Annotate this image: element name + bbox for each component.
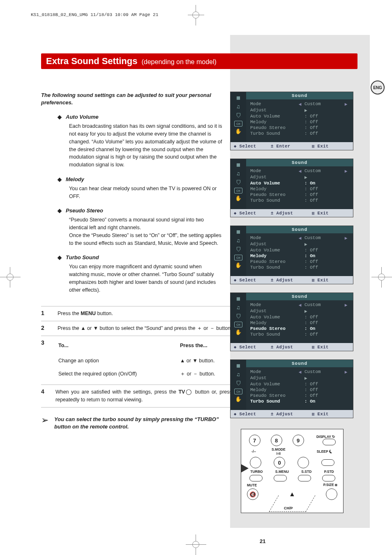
right-arrow-icon: ▶ [343, 101, 349, 107]
osd-row-label: Mode [250, 302, 295, 308]
osd-side-icon: ⛉ [233, 179, 244, 187]
osd-row-value: : On [304, 181, 341, 186]
osd-row-value: : Off [304, 393, 341, 398]
right-arrow-icon [343, 120, 349, 124]
osd-hint-middle: ± Adjust [271, 411, 312, 417]
remote-display-button [323, 439, 336, 445]
remote-smenu-button [274, 475, 287, 481]
osd-row-value: Custom [304, 302, 341, 308]
osd-side-icon: ▦ [233, 295, 244, 303]
osd-row-value: : Off [304, 114, 341, 119]
osd-row-label: Melody [250, 187, 295, 191]
osd-row-label: Turbo Sound [250, 198, 295, 203]
right-arrow-icon [343, 259, 349, 264]
osd-row-value: : Off [304, 332, 341, 337]
osd-row-value: : Off [304, 198, 341, 203]
crop-mark-bottom [190, 539, 202, 551]
remote-label-sleep: SLEEP ⏾ [317, 449, 333, 454]
osd-row-value: ▶ [304, 175, 341, 180]
osd-row-value: : Off [304, 192, 341, 197]
left-arrow-icon [297, 309, 303, 314]
remote-turbo-button[interactable] [249, 475, 263, 481]
step-table-head-to: To... [58, 340, 179, 354]
language-badge: ENG [371, 81, 385, 94]
left-arrow-icon [297, 265, 303, 270]
osd-side-icon: ✋ [233, 127, 244, 136]
osd-menu-row: Turbo Sound: Off [246, 131, 353, 136]
right-arrow-icon [343, 375, 349, 381]
bullet-diamond-icon: ◆ [58, 254, 62, 260]
right-arrow-icon [343, 393, 349, 398]
remote-label-turbo: TURBO [250, 470, 263, 474]
osd-hint-select: ◆ Select [234, 277, 271, 283]
osd-side-icon: ▦ [233, 94, 244, 102]
osd-row-label: Pseudo Stereo [250, 125, 295, 130]
osd-screenshot: ▦♫⛉CH✋SoundMode◀Custom▶Adjust▶Auto Volum… [230, 292, 353, 351]
osd-screenshot: ▦♫⛉CH✋SoundMode◀Custom▶Adjust▶Auto Volum… [230, 359, 353, 418]
remote-digit-8: 8 [271, 435, 282, 446]
right-arrow-icon [343, 253, 349, 258]
osd-column: ▦♫⛉CH✋SoundMode◀Custom▶Adjust▶Auto Volum… [230, 92, 354, 513]
osd-row-label: Auto Volume [250, 114, 295, 119]
osd-footer: ◆ Select± Adjust▥ Exit [231, 343, 353, 351]
right-arrow-icon [343, 125, 349, 130]
right-arrow-icon [343, 399, 349, 404]
remote-label-pstd: P.STD [324, 470, 334, 474]
left-arrow-icon [297, 248, 303, 253]
intro-text: The following sound settings can be adju… [41, 92, 214, 106]
bullet-diamond-icon: ◆ [58, 114, 62, 120]
osd-side-icon: ⛉ [233, 380, 244, 388]
osd-row-label: Auto Volume [250, 248, 295, 253]
remote-digit-7: 7 [249, 435, 261, 446]
osd-side-icon: ⛉ [233, 112, 244, 120]
osd-hint-exit: ▥ Exit [312, 277, 350, 283]
osd-menu-row: Adjust▶ [246, 308, 353, 314]
left-arrow-icon [297, 125, 303, 130]
osd-title: Sound [246, 226, 353, 233]
page-title: Extra Sound Settings [46, 56, 137, 67]
osd-menu-row: Mode◀Custom▶ [246, 168, 353, 174]
osd-side-icon: ✋ [233, 395, 244, 403]
osd-hint-select: ◆ Select [234, 143, 271, 149]
osd-row-label: Turbo Sound [250, 399, 295, 404]
left-arrow-icon [297, 332, 303, 337]
left-arrow-icon [297, 181, 303, 186]
osd-screenshot: ▦♫⛉CH✋SoundMode◀Custom▶Adjust▶Auto Volum… [230, 92, 353, 150]
osd-side-icon: ⛉ [233, 246, 244, 254]
osd-menu-row: Mode◀Custom▶ [246, 302, 353, 308]
left-arrow-icon: ◀ [297, 302, 303, 308]
osd-menu-row: Pseudo Stereo: On [246, 326, 353, 332]
osd-side-icon: ✋ [233, 328, 244, 336]
osd-row-label: Auto Volume [250, 382, 295, 387]
crop-mark-right [376, 271, 388, 283]
right-arrow-icon [343, 315, 349, 320]
osd-row-value: : On [304, 253, 341, 258]
osd-row-label: Turbo Sound [250, 131, 295, 136]
osd-footer: ◆ Select± Adjust▥ Exit [231, 276, 353, 284]
osd-row-label: Adjust [250, 375, 295, 381]
osd-footer: ◆ Select± Adjust▥ Exit [231, 410, 353, 418]
osd-title: Sound [246, 360, 353, 367]
osd-row-label: Adjust [250, 108, 295, 113]
osd-row-value: : Off [304, 125, 341, 130]
section-auto-volume: ◆ Auto Volume Each broadcasting station … [41, 114, 223, 169]
osd-row-value: : Off [304, 265, 341, 270]
remote-label-dash: -/-- [251, 449, 256, 454]
osd-sidebar: ▦♫⛉CH✋ [231, 360, 246, 410]
osd-sidebar: ▦♫⛉CH✋ [231, 92, 246, 142]
osd-row-value: : Off [304, 131, 341, 136]
print-header: KS1_01818B_02_ENG_UMG 11/18/03 10:09 AM … [31, 12, 158, 17]
right-arrow-icon: ▶ [343, 302, 349, 308]
osd-menu-row: Pseudo Stereo: Off [246, 393, 353, 398]
section-heading: Pseudo Stereo [66, 207, 103, 214]
section-body: You can hear clear melody sound when the… [69, 185, 223, 200]
osd-menu-row: Auto Volume: Off [246, 381, 353, 387]
osd-menu-row: Turbo Sound: On [246, 398, 353, 404]
step-number: 1 [41, 310, 49, 318]
osd-row-value: Custom [304, 235, 341, 241]
left-arrow-icon [297, 187, 303, 191]
osd-menu-row: Melody: Off [246, 119, 353, 125]
remote-dash-button [250, 457, 261, 468]
bullet-diamond-icon: ◆ [58, 176, 62, 182]
step-number: 3 [41, 339, 49, 381]
